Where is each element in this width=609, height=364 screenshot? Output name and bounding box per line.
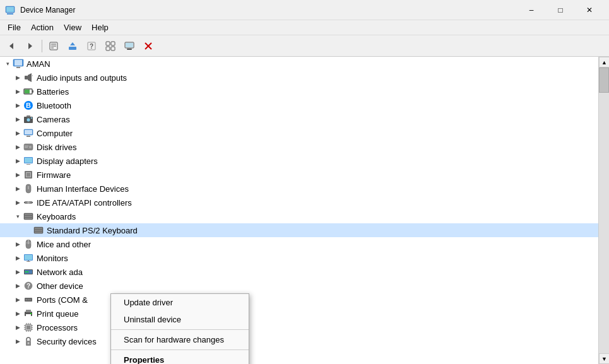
menu-view[interactable]: View bbox=[59, 21, 86, 33]
svg-rect-1 bbox=[7, 13, 13, 15]
diskdrives-expand-icon: ▶ bbox=[13, 142, 23, 152]
svg-point-75 bbox=[27, 271, 28, 273]
svg-rect-13 bbox=[106, 42, 110, 45]
tree-item-network[interactable]: ▶ Network ada bbox=[0, 265, 598, 279]
menu-file[interactable]: File bbox=[3, 21, 26, 33]
svg-rect-9 bbox=[69, 47, 76, 50]
svg-rect-19 bbox=[126, 43, 133, 47]
svg-rect-15 bbox=[106, 47, 110, 50]
tree-item-keyboards[interactable]: ▾ Keyboards bbox=[0, 209, 598, 223]
bluetooth-expand-icon: ▶ bbox=[13, 100, 23, 110]
device-tree[interactable]: ▾ AMAN ▶ Audio inputs and outputs bbox=[0, 57, 598, 364]
svg-rect-49 bbox=[27, 173, 30, 177]
svg-rect-14 bbox=[111, 42, 115, 45]
svg-marker-4 bbox=[28, 43, 32, 49]
bluetooth-icon: B bbox=[23, 100, 34, 111]
svg-rect-16 bbox=[111, 47, 115, 50]
tree-item-std-keyboard[interactable]: Standard PS/2 Keyboard bbox=[0, 223, 598, 237]
svg-rect-55 bbox=[32, 202, 33, 203]
toolbar-back-button[interactable] bbox=[3, 38, 20, 54]
tree-root[interactable]: ▾ AMAN bbox=[0, 57, 598, 71]
svg-rect-23 bbox=[16, 67, 20, 68]
menu-help[interactable]: Help bbox=[86, 21, 114, 33]
tree-item-batteries[interactable]: ▶ Batteries bbox=[0, 85, 598, 98]
context-menu-uninstall-device[interactable]: Uninstall device bbox=[111, 311, 249, 328]
svg-point-34 bbox=[27, 118, 30, 122]
tree-item-diskdrives[interactable]: ▶ Disk drives bbox=[0, 140, 598, 154]
toolbar-help-button[interactable]: ? bbox=[83, 38, 100, 54]
tree-item-security[interactable]: ▶ Security devices bbox=[0, 334, 598, 348]
context-menu-properties[interactable]: Properties bbox=[111, 351, 249, 364]
svg-text:?: ? bbox=[27, 283, 30, 290]
std-keyboard-expand-icon bbox=[23, 225, 33, 235]
svg-rect-63 bbox=[35, 230, 42, 231]
diskdrives-icon bbox=[23, 141, 34, 153]
context-menu-scan-hardware[interactable]: Scan for hardware changes bbox=[111, 331, 249, 348]
processors-icon bbox=[23, 322, 34, 333]
scroll-track[interactable] bbox=[599, 68, 609, 353]
tree-item-mice[interactable]: ▶ Mice and other bbox=[0, 237, 598, 251]
tree-item-ports[interactable]: ▶ Ports (COM & bbox=[0, 293, 598, 307]
toolbar-remove-button[interactable] bbox=[139, 38, 157, 54]
tree-item-other[interactable]: ▶ ? Other device bbox=[0, 279, 598, 293]
svg-rect-18 bbox=[127, 49, 132, 50]
batteries-icon bbox=[23, 86, 34, 97]
tree-item-hid[interactable]: ▶ Human Interface Devices bbox=[0, 182, 598, 196]
svg-rect-24 bbox=[15, 60, 22, 66]
tree-item-cameras[interactable]: ▶ Cameras bbox=[0, 112, 598, 126]
network-label: Network ada bbox=[37, 267, 83, 277]
computer-expand-icon: ▶ bbox=[13, 128, 23, 138]
svg-rect-62 bbox=[35, 228, 42, 229]
minimize-button[interactable]: – bbox=[517, 0, 546, 20]
tree-item-monitors[interactable]: ▶ Monitors bbox=[0, 251, 598, 265]
toolbar-action1-button[interactable] bbox=[102, 38, 119, 54]
monitors-expand-icon: ▶ bbox=[13, 253, 23, 263]
context-menu-update-driver[interactable]: Update driver bbox=[111, 294, 249, 311]
ports-icon bbox=[23, 294, 34, 305]
tree-item-bluetooth[interactable]: ▶ B Bluetooth bbox=[0, 98, 598, 112]
monitors-icon bbox=[23, 252, 34, 264]
svg-rect-54 bbox=[24, 202, 25, 203]
window-title: Device Manager bbox=[20, 6, 517, 15]
tree-item-processors[interactable]: ▶ bbox=[0, 320, 598, 334]
ide-expand-icon: ▶ bbox=[13, 197, 23, 208]
ports-label: Ports (COM & bbox=[37, 295, 88, 305]
print-label: Print queue bbox=[37, 309, 79, 319]
svg-rect-59 bbox=[25, 216, 32, 217]
root-label: AMAN bbox=[27, 59, 50, 69]
close-button[interactable]: ✕ bbox=[575, 0, 604, 20]
cameras-icon bbox=[23, 114, 34, 125]
tree-item-computer[interactable]: ▶ Computer bbox=[0, 126, 598, 140]
scroll-down-button[interactable]: ▼ bbox=[599, 353, 609, 364]
svg-rect-45 bbox=[25, 158, 32, 163]
vertical-scrollbar[interactable]: ▲ ▼ bbox=[598, 57, 609, 364]
tree-item-ide[interactable]: ▶ IDE ATA/ATAPI controllers bbox=[0, 196, 598, 209]
svg-rect-69 bbox=[25, 255, 32, 260]
svg-marker-3 bbox=[9, 43, 13, 49]
svg-point-85 bbox=[30, 313, 32, 314]
toolbar-properties-button[interactable] bbox=[45, 38, 62, 54]
std-keyboard-label: Standard PS/2 Keyboard bbox=[47, 226, 138, 235]
firmware-expand-icon: ▶ bbox=[13, 170, 23, 180]
window-controls: – □ ✕ bbox=[517, 0, 604, 20]
tree-item-print[interactable]: ▶ Print queue bbox=[0, 307, 598, 320]
scroll-up-button[interactable]: ▲ bbox=[599, 57, 609, 68]
menu-bar: File Action View Help bbox=[0, 20, 609, 35]
toolbar-forward-button[interactable] bbox=[21, 38, 39, 54]
scroll-thumb[interactable] bbox=[599, 68, 609, 93]
toolbar-update-button[interactable] bbox=[64, 38, 81, 54]
ports-expand-icon: ▶ bbox=[13, 295, 23, 305]
toolbar-scan-button[interactable] bbox=[121, 38, 138, 54]
keyboards-expand-icon: ▾ bbox=[13, 211, 23, 221]
tree-item-firmware[interactable]: ▶ Firmware bbox=[0, 168, 598, 182]
hid-icon bbox=[23, 183, 34, 194]
tree-item-audio[interactable]: ▶ Audio inputs and outputs bbox=[0, 71, 598, 85]
menu-action[interactable]: Action bbox=[26, 21, 59, 33]
firmware-icon bbox=[23, 169, 34, 180]
diskdrives-label: Disk drives bbox=[37, 143, 77, 152]
maximize-button[interactable]: □ bbox=[546, 0, 575, 20]
tree-item-display[interactable]: ▶ Display adapters bbox=[0, 154, 598, 168]
ide-label: IDE ATA/ATAPI controllers bbox=[37, 198, 132, 208]
cameras-label: Cameras bbox=[37, 115, 70, 124]
svg-point-56 bbox=[27, 201, 30, 204]
